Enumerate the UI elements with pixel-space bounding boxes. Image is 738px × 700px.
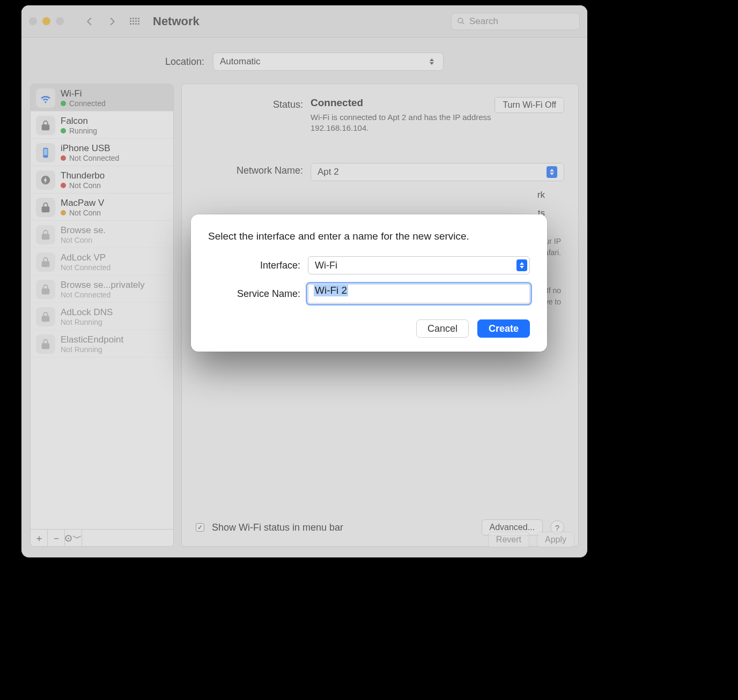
service-name: AdLock DNS — [61, 307, 113, 318]
thunderbolt-icon — [36, 170, 55, 190]
interface-value: Wi-Fi — [315, 260, 337, 271]
sidebar-service-item[interactable]: iPhone USBNot Connected — [31, 139, 173, 166]
minimize-window-button[interactable] — [42, 17, 50, 25]
sidebar-service-item[interactable]: Browse se...privatelyNot Connected — [31, 275, 173, 303]
network-name-label: Network Name: — [196, 163, 303, 176]
interface-label: Interface: — [208, 260, 300, 271]
sheet-prompt: Select the interface and enter a name fo… — [208, 230, 530, 242]
service-name: iPhone USB — [61, 143, 119, 154]
search-field[interactable]: Search — [451, 13, 580, 30]
sidebar-service-item[interactable]: MacPaw VNot Conn — [31, 193, 173, 221]
service-name-label: Service Name: — [208, 288, 300, 300]
window-title: Network — [153, 14, 200, 28]
forward-button[interactable] — [105, 14, 120, 29]
add-service-button[interactable]: ＋ — [31, 530, 48, 546]
services-sidebar: Wi-FiConnectedFalconRunningiPhone USBNot… — [30, 84, 174, 547]
lock-icon — [36, 307, 55, 326]
location-value: Automatic — [220, 56, 261, 67]
window-action-buttons: Revert Apply — [488, 532, 574, 548]
location-select[interactable]: Automatic — [213, 53, 444, 71]
wifi-icon — [36, 88, 55, 108]
network-name-value: Apt 2 — [318, 167, 339, 177]
show-all-prefs-button[interactable] — [127, 14, 142, 29]
service-status: Not Conn — [61, 236, 106, 244]
sidebar-service-item[interactable]: AdLock DNSNot Running — [31, 303, 173, 330]
svg-rect-1 — [44, 149, 47, 155]
traffic-lights — [29, 17, 75, 25]
sidebar-service-item[interactable]: ElasticEndpointNot Running — [31, 330, 173, 358]
sidebar-footer: ＋ － ⊙﹀ — [31, 529, 173, 546]
select-stepper-icon — [427, 56, 437, 68]
new-service-sheet: Select the interface and enter a name fo… — [191, 214, 547, 352]
window-toolbar: Network Search — [21, 5, 587, 38]
select-stepper-icon — [547, 166, 557, 178]
sidebar-service-item[interactable]: ThunderboNot Conn — [31, 166, 173, 193]
lock-icon — [36, 116, 55, 135]
service-status: Connected — [61, 99, 106, 108]
service-name-value: Wi-Fi 2 — [314, 284, 348, 296]
service-status: Not Running — [61, 318, 113, 326]
remove-service-button[interactable]: － — [48, 530, 65, 546]
service-actions-button[interactable]: ⊙﹀ — [65, 530, 82, 546]
status-description: Wi-Fi is connected to Apt 2 and has the … — [311, 112, 504, 134]
create-button[interactable]: Create — [477, 319, 530, 338]
sidebar-service-item[interactable]: FalconRunning — [31, 111, 173, 139]
select-stepper-icon — [516, 259, 527, 271]
search-placeholder: Search — [469, 16, 498, 27]
back-button[interactable] — [82, 14, 97, 29]
lock-icon — [36, 198, 55, 217]
cancel-button[interactable]: Cancel — [416, 319, 469, 338]
apply-button[interactable]: Apply — [537, 532, 574, 548]
lock-icon — [36, 280, 55, 299]
zoom-window-button[interactable] — [56, 17, 64, 25]
turn-wifi-off-button[interactable]: Turn Wi-Fi Off — [495, 97, 564, 113]
location-row: Location: Automatic — [21, 38, 587, 84]
lock-icon — [36, 252, 55, 272]
close-window-button[interactable] — [29, 17, 37, 25]
service-name: ElasticEndpoint — [61, 334, 123, 345]
services-list[interactable]: Wi-FiConnectedFalconRunningiPhone USBNot… — [31, 84, 173, 529]
service-name: AdLock VP — [61, 252, 110, 263]
interface-select[interactable]: Wi-Fi — [308, 256, 530, 274]
show-menu-label: Show Wi-Fi status in menu bar — [212, 522, 343, 533]
service-status: Not Running — [61, 345, 123, 354]
location-label: Location: — [165, 56, 204, 68]
service-name: Browse se. — [61, 225, 106, 236]
revert-button[interactable]: Revert — [488, 532, 529, 548]
ask-join-fragment: rk — [311, 190, 564, 200]
service-status: Not Connected — [61, 154, 119, 162]
service-name: MacPaw V — [61, 198, 104, 208]
service-status: Running — [61, 126, 97, 135]
service-name: Browse se...privately — [61, 280, 145, 291]
service-status: Not Conn — [61, 208, 104, 217]
status-label: Status: — [196, 97, 303, 110]
service-name: Thunderbo — [61, 170, 105, 181]
sidebar-service-item[interactable]: AdLock VPNot Connected — [31, 248, 173, 275]
service-name: Wi-Fi — [61, 88, 106, 99]
show-menu-checkbox[interactable]: ✓ — [196, 523, 204, 532]
service-status: Not Conn — [61, 181, 105, 190]
sidebar-service-item[interactable]: Browse se.Not Conn — [31, 221, 173, 248]
service-status: Not Connected — [61, 291, 145, 299]
service-status: Not Connected — [61, 263, 110, 272]
sidebar-service-item[interactable]: Wi-FiConnected — [31, 84, 173, 111]
lock-icon — [36, 225, 55, 244]
service-name: Falcon — [61, 116, 97, 126]
service-name-input[interactable]: Wi-Fi 2 — [308, 284, 530, 303]
network-name-select[interactable]: Apt 2 — [311, 163, 564, 181]
phone-icon — [36, 143, 55, 162]
lock-icon — [36, 334, 55, 354]
